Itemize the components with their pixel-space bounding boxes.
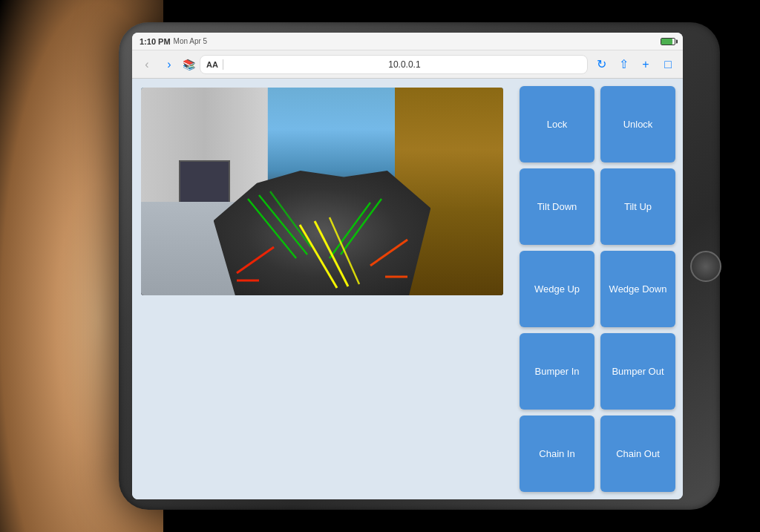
back-button[interactable]: ‹: [138, 56, 156, 73]
svg-line-4: [341, 199, 381, 254]
tabs-button[interactable]: □: [659, 56, 677, 73]
battery-fill: [661, 39, 672, 45]
reload-button[interactable]: ↻: [592, 56, 610, 73]
bumper-in-button[interactable]: Bumper In: [520, 333, 594, 410]
status-date: Mon Apr 5: [174, 37, 208, 45]
svg-line-10: [370, 240, 407, 266]
controls-grid: LockUnlockTilt DownTilt UpWedge UpWedge …: [512, 79, 683, 499]
wedge-down-button[interactable]: Wedge Down: [600, 251, 675, 327]
address-divider: [223, 59, 223, 70]
lock-button[interactable]: Lock: [520, 86, 594, 162]
camera-area: [132, 79, 512, 499]
share-button[interactable]: ⇧: [615, 56, 632, 73]
tilt-up-button[interactable]: Tilt Up: [600, 168, 675, 245]
bumper-out-button[interactable]: Bumper Out: [600, 333, 675, 410]
status-right: [661, 38, 675, 45]
chain-in-button[interactable]: Chain In: [520, 416, 594, 492]
camera-overlay-svg: [141, 88, 503, 295]
tablet-frame: 1:10 PM Mon Apr 5 ‹ › 📚 AA 10.0.0.1 ↻ ⇧ …: [119, 22, 720, 510]
home-button[interactable]: [690, 251, 721, 282]
address-aa-label: AA: [206, 60, 218, 69]
wedge-up-button[interactable]: Wedge Up: [520, 251, 594, 327]
camera-spacer: [141, 295, 503, 490]
chain-out-button[interactable]: Chain Out: [600, 416, 675, 492]
new-tab-button[interactable]: +: [637, 56, 655, 73]
svg-line-2: [270, 191, 311, 247]
forward-button[interactable]: ›: [160, 56, 178, 73]
address-bar[interactable]: AA 10.0.0.1: [200, 55, 588, 74]
address-url: 10.0.0.1: [228, 59, 581, 70]
status-bar: 1:10 PM Mon Apr 5: [132, 33, 683, 50]
main-content: LockUnlockTilt DownTilt UpWedge UpWedge …: [132, 79, 683, 499]
battery-icon: [661, 38, 675, 45]
browser-bar: ‹ › 📚 AA 10.0.0.1 ↻ ⇧ + □: [132, 50, 683, 79]
camera-feed: [141, 88, 503, 295]
status-time: 1:10 PM: [140, 37, 171, 46]
unlock-button[interactable]: Unlock: [600, 86, 675, 162]
bookmark-icon[interactable]: 📚: [183, 59, 195, 70]
tablet-screen: 1:10 PM Mon Apr 5 ‹ › 📚 AA 10.0.0.1 ↻ ⇧ …: [132, 33, 683, 499]
svg-line-8: [237, 247, 274, 273]
tilt-down-button[interactable]: Tilt Down: [520, 168, 594, 245]
